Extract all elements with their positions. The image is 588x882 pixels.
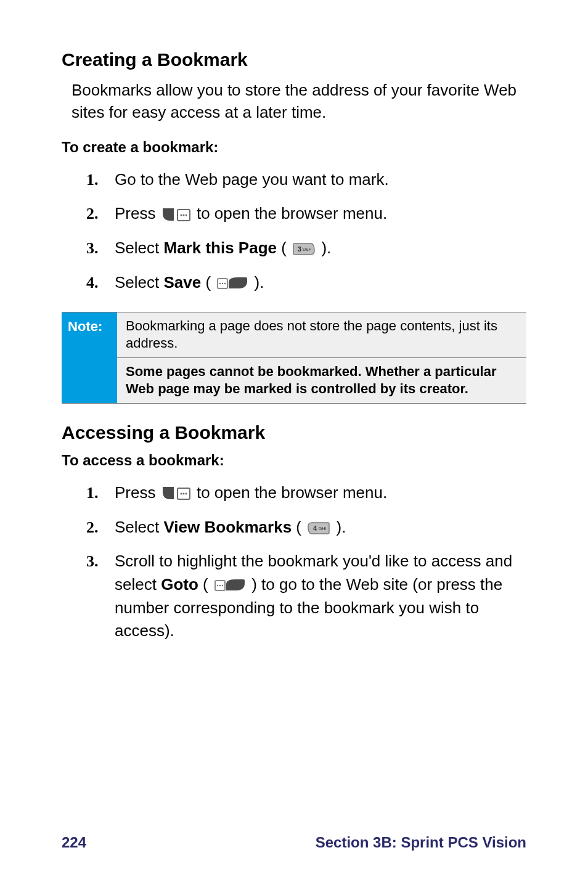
key-4-icon: 4 GHI	[307, 521, 330, 535]
step-create-4: 4. Select Save ( ).	[86, 271, 526, 295]
step-create-1: 1. Go to the Web page you want to mark.	[86, 168, 526, 192]
svg-point-3	[185, 214, 187, 216]
page-number: 224	[62, 834, 86, 851]
key-3-icon: 3 DEF	[292, 242, 316, 256]
footer: 224 Section 3B: Sprint PCS Vision	[62, 834, 526, 851]
step-text: Go to the Web page you want to mark.	[115, 170, 389, 189]
step-number: 1.	[86, 168, 99, 192]
step-text-bold: Goto	[161, 575, 198, 594]
svg-point-11	[180, 493, 182, 495]
step-text-bold: Mark this Page	[164, 239, 277, 257]
step-text-close: ).	[337, 518, 346, 536]
step-text-close: ).	[321, 239, 331, 257]
step-create-2: 2. Press to open the browser menu.	[86, 202, 526, 226]
step-number: 3.	[86, 550, 99, 573]
svg-point-13	[185, 493, 187, 495]
step-text-close: ).	[255, 273, 264, 292]
svg-text:3: 3	[298, 245, 301, 253]
step-text-bold: View Bookmarks	[164, 518, 292, 536]
note-body: Bookmarking a page does not store the pa…	[117, 312, 526, 403]
steps-access: 1. Press to open the browser menu. 2. Se…	[62, 481, 526, 643]
subhead-to-create: To create a bookmark:	[62, 139, 526, 156]
softkey-left-icon	[216, 276, 248, 291]
step-text-open: (	[281, 239, 287, 257]
step-create-3: 3. Select Mark this Page ( 3 DEF ).	[86, 237, 526, 260]
svg-point-9	[224, 283, 226, 284]
step-text-pre: Press	[115, 483, 160, 502]
section-label: Section 3B: Sprint PCS Vision	[316, 834, 526, 851]
svg-text:GHI: GHI	[319, 526, 327, 531]
step-access-3: 3. Scroll to highlight the bookmark you'…	[86, 550, 526, 643]
note-line-2: Some pages cannot be bookmarked. Whether…	[117, 358, 526, 403]
softkey-menu-icon	[161, 486, 191, 502]
step-text-pre: Select	[115, 273, 164, 292]
step-access-1: 1. Press to open the browser menu.	[86, 481, 526, 505]
step-access-2: 2. Select View Bookmarks ( 4 GHI ).	[86, 516, 526, 539]
step-number: 1.	[86, 481, 99, 505]
svg-point-8	[222, 283, 223, 284]
step-text-open: (	[296, 518, 301, 536]
svg-point-7	[219, 283, 221, 284]
step-text-post: to open the browser menu.	[197, 483, 387, 502]
svg-text:DEF: DEF	[303, 247, 311, 251]
step-number: 3.	[86, 237, 99, 260]
step-text-pre: Select	[115, 518, 164, 536]
step-text-pre: Press	[115, 204, 160, 223]
note-label: Note:	[62, 312, 117, 403]
step-number: 2.	[86, 516, 99, 539]
subhead-to-access: To access a bookmark:	[62, 452, 526, 469]
page: Creating a Bookmark Bookmarks allow you …	[0, 0, 588, 882]
step-text-pre: Select	[115, 239, 164, 257]
heading-creating-bookmark: Creating a Bookmark	[62, 49, 526, 70]
svg-point-17	[217, 585, 218, 586]
step-text-post: to open the browser menu.	[197, 204, 387, 223]
softkey-left-icon	[214, 578, 246, 593]
step-text-open: (	[205, 273, 211, 292]
svg-point-1	[180, 214, 182, 216]
svg-point-2	[182, 214, 184, 216]
steps-create: 1. Go to the Web page you want to mark. …	[62, 168, 526, 295]
heading-accessing-bookmark: Accessing a Bookmark	[62, 422, 526, 443]
step-number: 2.	[86, 202, 99, 226]
intro-paragraph: Bookmarks allow you to store the address…	[62, 79, 526, 124]
svg-point-12	[182, 493, 184, 495]
step-text-open: (	[203, 575, 208, 594]
note-line-1: Bookmarking a page does not store the pa…	[117, 312, 526, 358]
svg-point-18	[219, 585, 221, 586]
svg-point-19	[222, 585, 223, 586]
svg-text:4: 4	[313, 525, 317, 532]
note-box: Note: Bookmarking a page does not store …	[62, 312, 526, 404]
softkey-menu-icon	[161, 207, 191, 223]
step-text-bold: Save	[164, 273, 202, 292]
step-number: 4.	[86, 271, 99, 295]
